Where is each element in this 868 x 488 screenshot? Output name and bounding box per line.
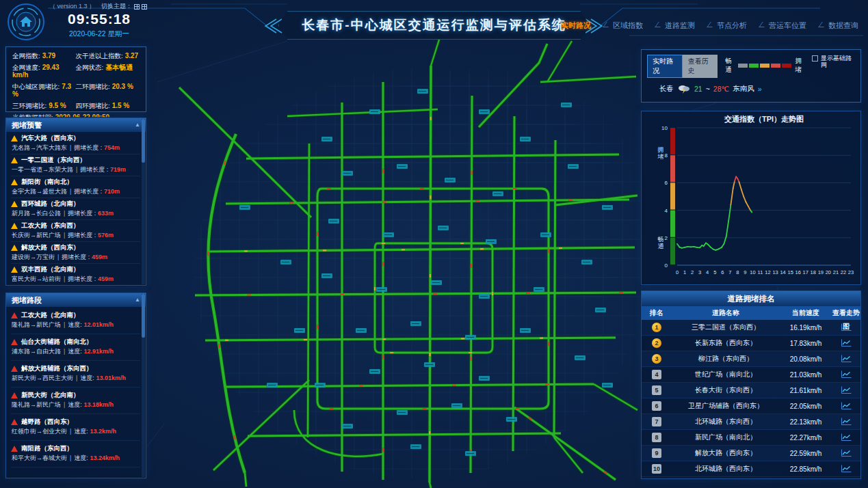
- warning-triangle-icon: [11, 312, 18, 318]
- trend-chart-link[interactable]: [832, 355, 860, 363]
- metric-value: 12.01km/h: [83, 321, 114, 328]
- nav-item[interactable]: 数据查询: [820, 21, 858, 31]
- scrollbar-thumb[interactable]: [142, 119, 145, 163]
- collapse-icon[interactable]: ▲: [135, 118, 140, 132]
- current-speed: 20.08km/h: [780, 355, 832, 363]
- warning-list: 汽车大路（西向东） 无名路→汽车大路东|拥堵长度 : 754m 一零二国道（东向…: [6, 132, 146, 285]
- network-stats-panel: 全网指数:3.79次干道以上指数:3.27全网速度:29.43 km/h全网状态…: [5, 46, 146, 112]
- svg-text:10: 10: [661, 125, 668, 131]
- svg-text:11: 11: [758, 269, 763, 275]
- nav-item[interactable]: 节点分析: [709, 21, 747, 31]
- trend-chart-link[interactable]: [832, 339, 860, 347]
- temp-high: 28℃: [713, 85, 729, 93]
- trend-chart-link[interactable]: [832, 433, 860, 442]
- road-segment: 无名路→汽车大路东: [12, 144, 67, 151]
- list-item[interactable]: 一零二国道（东向西） 一零一省道→东荣大路|拥堵长度 : 719m: [11, 154, 140, 176]
- svg-text:22: 22: [841, 269, 846, 275]
- list-item[interactable]: 工农大路（北向南） 隆礼路→新民广场|速度: 12.01km/h: [11, 308, 140, 334]
- svg-text:10: 10: [750, 269, 755, 275]
- list-item[interactable]: 新阳街（南向北） 金宇大路→盛世大路|拥堵长度 : 710m: [11, 176, 140, 198]
- dashboard-root: （ version 1.3 ） 切换主题： 09:55:18 2020-06-2…: [0, 0, 868, 488]
- road-name: 工农大路（北向南）: [21, 311, 80, 320]
- list-item[interactable]: 南阳路（东向西） 和平大街→春城大街|速度: 13.24km/h: [11, 441, 140, 467]
- metric-value: 13.24km/h: [90, 455, 120, 461]
- list-item[interactable]: 汽车大路（西向东） 无名路→汽车大路东|拥堵长度 : 754m: [11, 133, 140, 154]
- tpi-chart-panel: 交通指数（TPI）走势图0246810拥堵畅通01234567891011121…: [641, 111, 861, 285]
- list-item[interactable]: 解放大路（西向东） 建设街→万宝街|拥堵长度 : 459m: [11, 242, 140, 264]
- weather-more-link[interactable]: »: [758, 85, 762, 93]
- metric-value: 710m: [104, 188, 120, 195]
- stat-cell: 四环拥堵比:1.5 %: [76, 102, 140, 109]
- list-item[interactable]: 越野路（西向东） 红领巾街→创业大街|速度: 13.2km/h: [11, 414, 140, 441]
- scrollbar-thumb[interactable]: [142, 294, 145, 338]
- svg-text:5: 5: [713, 269, 716, 275]
- road-segment: 红领巾街→创业大街: [12, 428, 67, 435]
- trend-chart-link[interactable]: [832, 418, 860, 426]
- trend-chart-link[interactable]: [832, 323, 860, 331]
- checkbox-icon[interactable]: [812, 55, 818, 62]
- line-chart-icon: [841, 386, 852, 394]
- line-chart-icon: [841, 465, 852, 473]
- svg-text:15: 15: [787, 269, 793, 275]
- road-name: 南阳路（东向西）: [21, 444, 73, 453]
- metric-label: 速度:: [68, 348, 82, 355]
- tab[interactable]: 查看历史: [683, 55, 718, 78]
- scrollbar[interactable]: [142, 294, 145, 477]
- scrollbar[interactable]: [142, 119, 145, 284]
- current-speed: 22.05km/h: [780, 403, 832, 410]
- svg-text:8: 8: [736, 269, 739, 275]
- warning-triangle-icon: [11, 339, 18, 345]
- road-name: 柳江路（东向西）: [672, 354, 780, 364]
- road-segment: 新民大街→西民主大街: [12, 375, 73, 381]
- temp-low: 21: [694, 85, 702, 93]
- road-name: 长春大街（东向西）: [672, 385, 780, 395]
- list-item[interactable]: 双丰西路（北向南） 富民大街→站前街|拥堵长度 : 459m: [11, 264, 140, 285]
- theme-grid-icon[interactable]: [142, 4, 147, 10]
- list-item[interactable]: 工农大路（东向西） 长庆街→新民广场|拥堵长度 : 576m: [11, 220, 140, 242]
- svg-text:17: 17: [803, 269, 808, 275]
- rank-badge: 2: [652, 338, 661, 348]
- road-name: 一零二国道（东向西）: [21, 156, 86, 165]
- line-chart-icon: [841, 355, 852, 363]
- rank-badge: 5: [652, 385, 661, 395]
- nav-item[interactable]: 道路监测: [657, 21, 695, 31]
- svg-text:20: 20: [826, 269, 831, 275]
- road-name: 仙台大街辅路（南向北）: [21, 338, 93, 347]
- trend-chart-link[interactable]: [832, 465, 860, 473]
- traffic-legend: 畅通 拥堵: [723, 57, 806, 74]
- trend-chart-link[interactable]: [832, 370, 860, 379]
- theme-grid-icon[interactable]: [134, 4, 140, 10]
- road-name: 西环城路（北向南）: [21, 200, 80, 208]
- trend-chart-link[interactable]: [832, 386, 860, 394]
- list-item[interactable]: 仙台大街辅路（南向北） 浦东路→自由大路|速度: 12.91km/h: [11, 334, 140, 361]
- road-segment: 隆礼路→新民广场: [12, 401, 61, 408]
- table-row: 4 世纪广场（南向北） 21.03km/h: [642, 367, 860, 383]
- table-row: 5 长春大街（东向西） 21.61km/h: [642, 383, 860, 398]
- rank-badge: 4: [652, 370, 661, 379]
- panel-title: 拥堵预警: [12, 118, 42, 132]
- rank-badge: 1: [652, 323, 661, 332]
- home-logo[interactable]: [7, 3, 45, 41]
- column-header: 当前速度: [780, 306, 832, 320]
- svg-text:4: 4: [706, 269, 709, 275]
- nav-item[interactable]: 实时路况: [553, 21, 591, 31]
- warning-triangle-icon: [11, 267, 18, 273]
- trend-chart-link[interactable]: [832, 449, 860, 457]
- nav-item[interactable]: 区域指数: [605, 21, 643, 31]
- svg-text:6: 6: [721, 269, 724, 275]
- legend-swatch: [782, 64, 791, 68]
- legend-swatch: [738, 64, 748, 68]
- checkbox-label: 显示基础路网: [821, 55, 855, 68]
- show-base-network-checkbox[interactable]: 显示基础路网: [812, 55, 855, 68]
- list-item[interactable]: 西环城路（北向南） 新月路→长白公路|拥堵长度 : 633m: [11, 198, 140, 220]
- nav-item[interactable]: 营运车位置: [761, 21, 806, 31]
- list-item[interactable]: 解放大路辅路（东向西） 新民大街→西民主大街|速度: 13.01km/h: [11, 361, 140, 388]
- collapse-icon[interactable]: ▲: [135, 293, 140, 307]
- metric-label: 拥堵长度 :: [68, 275, 96, 282]
- list-item[interactable]: 新民大街（北向南） 隆礼路→新民广场|速度: 13.18km/h: [11, 388, 140, 414]
- ranking-title: 道路拥堵排名: [642, 291, 860, 306]
- tab[interactable]: 实时路况: [647, 55, 683, 78]
- theme-switcher[interactable]: 切换主题：: [101, 2, 147, 11]
- trend-chart-link[interactable]: [832, 402, 860, 410]
- road-name: 三零二国道（东向西）: [672, 323, 780, 332]
